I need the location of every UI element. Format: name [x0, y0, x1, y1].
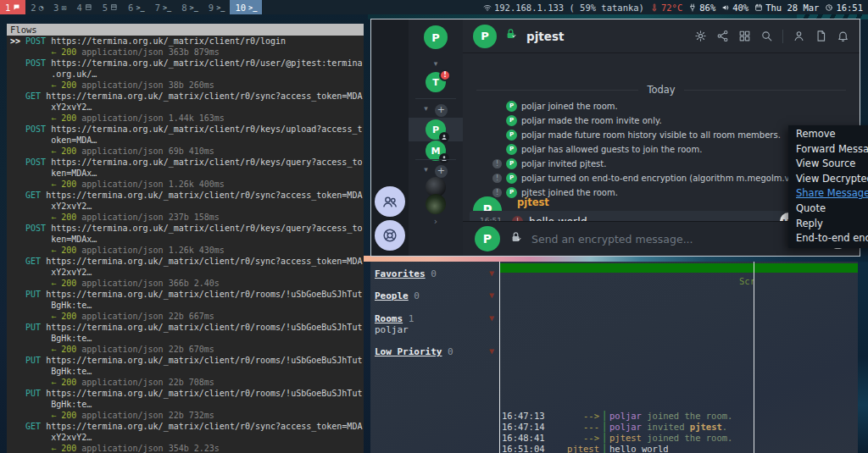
flow-row[interactable]: POST https://termina.org.uk/_matrix/clie… [10, 223, 364, 256]
flow-row[interactable]: PUT https://termina.org.uk/_matrix/clien… [10, 388, 364, 421]
workspace-number: 5 [103, 3, 108, 13]
flow-row[interactable]: POST https://termina.org.uk/_matrix/clie… [10, 124, 364, 157]
collapse-chevron-icon[interactable]: ▾ [424, 104, 428, 117]
collapse-triangle-icon[interactable]: ▼ [489, 268, 494, 278]
wallpaper-right-strip [858, 262, 868, 453]
workspace-number: 1 [5, 3, 10, 13]
mitmproxy-terminal[interactable]: Flows >> POST https://termina.org.uk/_ma… [7, 24, 364, 453]
workspace-3[interactable]: 3✉ [48, 0, 71, 14]
buffer-section-rooms[interactable]: Rooms 1▼ [375, 313, 495, 325]
account-avatar[interactable]: P [409, 25, 463, 49]
people-button[interactable] [375, 186, 405, 217]
status-thermometer: 72°C [650, 3, 682, 13]
status-text: 192.168.1.133 ( 59% tatanka) [494, 3, 644, 13]
flow-row[interactable]: PUT https://termina.org.uk/_matrix/clien… [10, 322, 364, 355]
activities-rail [371, 19, 409, 256]
help-button[interactable] [375, 220, 405, 251]
room-entry-poljar[interactable]: poljar [375, 324, 409, 335]
share-icon[interactable] [716, 30, 729, 42]
log-prefix: --- [547, 422, 599, 433]
notification-badge: ! [439, 69, 451, 81]
circle-icon: ◔ [39, 3, 43, 12]
room-avatar[interactable]: P [409, 119, 463, 140]
workspace-5[interactable]: 5 [97, 0, 123, 14]
workspace-7[interactable]: 7>_ [150, 0, 177, 14]
menu-item-forward-message[interactable]: Forward Message [788, 142, 868, 157]
flow-list: >> POST https://termina.org.uk/_matrix/c… [7, 36, 364, 453]
workspace-10[interactable]: 10>_ [230, 0, 262, 14]
flow-row[interactable]: POST https://termina.org.uk/_matrix/clie… [10, 58, 364, 91]
mail-icon: ✉ [61, 3, 66, 12]
menu-item-end-to-end-encry[interactable]: End-to-end encry [788, 231, 868, 246]
workspace-number: 4 [76, 3, 81, 13]
workspace-6[interactable]: 6>_ [123, 0, 150, 14]
gear-icon[interactable] [694, 30, 707, 42]
sender-name: pjtest [517, 196, 549, 208]
bell-icon[interactable] [837, 30, 849, 42]
room-image-avatar[interactable] [409, 194, 463, 214]
log-text: pjtest [690, 422, 722, 433]
collapse-triangle-icon[interactable]: ▼ [489, 346, 494, 356]
log-text: poljar [609, 422, 642, 433]
search-icon[interactable] [760, 30, 773, 42]
person-icon[interactable] [793, 30, 805, 42]
flow-row[interactable]: GET https://termina.org.uk/_matrix/clien… [10, 421, 364, 453]
log-separator: │ [599, 444, 609, 453]
room-avatar[interactable]: T! [409, 72, 463, 92]
expand-chevron-icon[interactable]: › [409, 216, 463, 227]
section-label: Low Priority [375, 346, 442, 357]
file-icon[interactable] [815, 30, 827, 42]
buffer-section-favorites[interactable]: Favorites 0▼ [375, 268, 495, 280]
avatar: P [426, 119, 446, 140]
menu-item-remove[interactable]: Remove [788, 127, 868, 142]
collapse-triangle-icon[interactable]: ▼ [489, 313, 494, 323]
add-button[interactable]: + [435, 104, 448, 117]
room-avatar[interactable]: M [409, 141, 463, 161]
event-text: poljar has allowed guests to join the ro… [521, 145, 702, 154]
buffer-section-people[interactable]: People 0▼ [375, 290, 495, 302]
flow-row[interactable]: POST https://termina.org.uk/_matrix/clie… [10, 157, 364, 190]
menu-item-view-source[interactable]: View Source [788, 157, 868, 172]
collapse-chevron-icon[interactable]: ▾ [409, 59, 463, 68]
event-avatar: P [506, 101, 517, 112]
flow-row[interactable]: GET https://termina.org.uk/_matrix/clien… [10, 256, 364, 289]
chat-icon [13, 3, 20, 11]
section-label: Favorites [375, 268, 426, 279]
collapse-triangle-icon[interactable]: ▼ [489, 290, 494, 300]
collapse-chevron-icon[interactable]: ▾ [424, 165, 428, 178]
menu-item-view-decrypted-s[interactable]: View Decrypted S [788, 172, 868, 187]
calendar-icon [754, 3, 763, 12]
unverified-icon: ! [492, 159, 502, 168]
menu-item-share-message[interactable]: Share Message [788, 186, 868, 202]
warn-slot: ! [490, 188, 502, 197]
terminal-icon: >_ [248, 3, 257, 12]
workspace-4[interactable]: 4 [71, 0, 97, 14]
workspace-number: 2 [31, 3, 36, 13]
accounts-rooms-rail: P▾T!▾+PM▾+› [409, 19, 463, 256]
menu-item-quote[interactable]: Quote [788, 202, 868, 217]
unverified-icon: ! [492, 188, 502, 197]
add-button[interactable]: + [435, 165, 448, 178]
buffer-section-low-priority[interactable]: Low Priority 0▼ [375, 346, 495, 358]
composer-lock-icon [509, 230, 523, 248]
flow-row[interactable]: >> POST https://termina.org.uk/_matrix/c… [10, 36, 364, 58]
flow-row[interactable]: GET https://termina.org.uk/_matrix/clien… [10, 190, 364, 223]
flow-row[interactable]: PUT https://termina.org.uk/_matrix/clien… [10, 289, 364, 322]
flow-row[interactable]: PUT https://termina.org.uk/_matrix/clien… [10, 355, 364, 388]
flow-row[interactable]: GET https://termina.org.uk/_matrix/clien… [10, 91, 364, 124]
menu-item-reply[interactable]: Reply [788, 217, 868, 232]
gomuks-terminal[interactable]: Favorites 0▼People 0▼Rooms 1▼poljarLow P… [370, 262, 858, 453]
workspace-1[interactable]: 1 [0, 0, 25, 14]
header-separator [782, 30, 783, 43]
top-status-bar: 12◔3✉456>_7>_8>_9>_10>_ 192.168.1.133 ( … [0, 0, 868, 14]
chat-log: 16:47:13-->│poljar joined the room.16:47… [500, 411, 754, 453]
message-row[interactable]: 16:51 ! hello world [470, 211, 802, 221]
message-time: 16:51 [470, 217, 512, 221]
composer-placeholder[interactable]: Send an encrypted message... [531, 233, 820, 246]
workspace-9[interactable]: 9>_ [203, 0, 231, 14]
nicklist-column [754, 273, 858, 453]
workspace-8[interactable]: 8>_ [176, 0, 203, 14]
grid-icon[interactable] [738, 30, 751, 42]
workspace-2[interactable]: 2◔ [25, 0, 48, 14]
room-avatar[interactable]: P [473, 25, 497, 48]
